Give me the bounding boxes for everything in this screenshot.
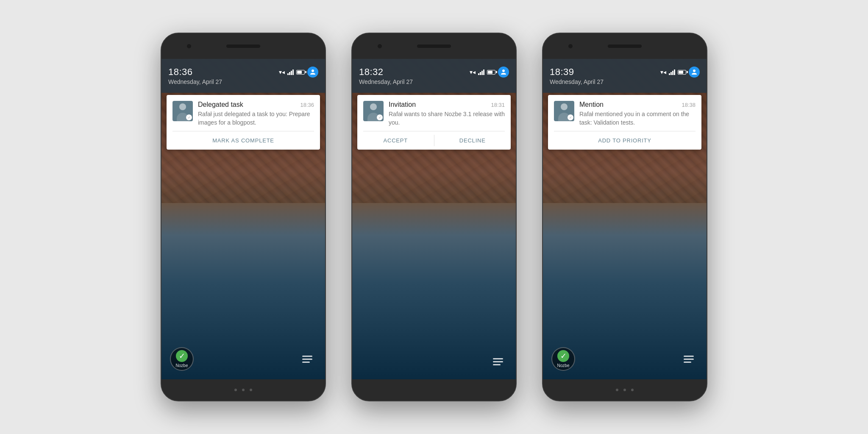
avatar-badge-3 [568,114,573,120]
hamburger-line-7 [684,356,694,357]
phone-bottom-bezel-1 [161,379,325,401]
phone-screen-2: 18:32 ▾◂ Wednes [352,59,516,379]
notification-body-1: Rafał just delegated a task to you: Prep… [198,110,314,127]
hamburger-1 [302,356,312,363]
status-bar-1: 18:36 ▾◂ Wednes [161,59,325,93]
notification-time-2: 18:31 [491,102,505,108]
hamburger-line-6 [493,364,501,365]
notification-content-2: Invitation 18:31 Rafał wants to share No… [389,101,505,127]
status-bar-2: 18:32 ▾◂ Wednes [352,59,516,93]
signal-icon-1 [287,69,294,75]
notification-content-3: Mention 18:38 Rafał mentioned you in a c… [579,101,696,127]
avatar-badge-2 [377,114,383,120]
action-btn-2-decline[interactable]: DECLINE [434,131,511,150]
nav-dot-2 [242,389,245,391]
phone-top-bezel-2 [352,33,516,59]
front-camera-2 [378,44,382,48]
menu-area-2 [489,350,507,371]
notification-header-2: Invitation 18:31 Rafał wants to share No… [357,95,511,131]
notification-body-3: Rafał mentioned you in a comment on the … [579,110,696,127]
phone-screen-3: 18:39 ▾◂ Wednes [543,59,707,379]
user-avatar-1 [307,67,318,78]
speaker-2 [417,45,451,48]
notification-actions-3: ADD TO PRIORITY [548,131,701,150]
battery-icon-3 [678,70,686,75]
phone-top-bezel-3 [543,33,707,59]
nav-dot-5 [623,389,626,391]
notification-card-3: Mention 18:38 Rafał mentioned you in a c… [548,95,701,150]
notification-time-1: 18:36 [300,102,314,108]
status-bar-3: 18:39 ▾◂ Wednes [543,59,707,93]
status-time-2: 18:32 [359,67,384,78]
front-camera-3 [568,44,573,48]
notification-body-2: Rafał wants to share Nozbe 3.1 release w… [389,110,505,127]
notification-time-3: 18:38 [682,102,696,108]
menu-icon-3[interactable] [679,350,698,368]
notification-actions-2: ACCEPT DECLINE [357,131,511,150]
battery-icon-1 [296,70,305,75]
notification-avatar-1 [172,101,193,121]
nozbe-check-1: ✓ [176,350,188,362]
status-date-3: Wednesday, April 27 [550,78,700,85]
user-avatar-2 [498,67,509,78]
notification-header-3: Mention 18:38 Rafał mentioned you in a c… [548,95,701,131]
nav-dot-1 [234,389,237,391]
notification-header-1: Delegated task 18:36 Rafał just delegate… [167,95,320,131]
hamburger-line-8 [684,359,694,360]
nav-dot-6 [631,389,634,391]
avatar-badge-1 [186,114,192,120]
nozbe-icon-1[interactable]: ✓ Nozbe [170,347,194,371]
notification-title-3: Mention [579,101,604,108]
notification-title-2: Invitation [389,101,416,108]
phone-bottom-bezel-3 [543,379,707,401]
status-date-2: Wednesday, April 27 [359,78,509,85]
status-date-1: Wednesday, April 27 [168,78,318,85]
battery-icon-2 [487,70,495,75]
phone-2: 18:32 ▾◂ Wednes [351,33,517,401]
hamburger-line-1 [302,356,312,357]
hamburger-line-4 [493,358,503,359]
front-camera-1 [187,44,191,48]
phone-screen-1: 18:36 ▾◂ Wednes [161,59,325,379]
nozbe-icon-3[interactable]: ✓ Nozbe [551,347,575,371]
action-btn-2-accept[interactable]: ACCEPT [357,131,434,150]
status-icons-3: ▾◂ [660,67,700,78]
speaker-1 [226,45,260,48]
notification-avatar-3 [554,101,574,121]
wifi-icon-2: ▾◂ [470,69,476,75]
app-icons-3: ✓ Nozbe [543,347,707,371]
status-icons-2: ▾◂ [470,67,509,78]
action-btn-3-0[interactable]: ADD TO PRIORITY [548,131,701,150]
hamburger-line-2 [302,359,312,360]
svg-point-0 [312,70,314,72]
speaker-3 [608,45,642,48]
notification-title-1: Delegated task [198,101,243,108]
hamburger-line-3 [302,362,310,363]
status-time-3: 18:39 [550,67,574,78]
nav-dot-4 [616,389,618,391]
phone-top-bezel-1 [161,33,325,59]
status-time-1: 18:36 [168,67,193,78]
nozbe-label-1: Nozbe [176,363,188,368]
notification-card-2: Invitation 18:31 Rafał wants to share No… [357,95,511,150]
menu-icon-1[interactable] [298,350,317,368]
nozbe-check-3: ✓ [557,350,569,362]
signal-icon-3 [669,69,675,75]
menu-icon-2[interactable] [489,352,507,371]
nav-dot-3 [250,389,252,391]
wifi-icon-1: ▾◂ [279,69,285,75]
phone-bottom-bezel-2 [352,379,516,401]
status-icons-1: ▾◂ [279,67,318,78]
wifi-icon-3: ▾◂ [660,69,666,75]
svg-point-1 [502,70,505,72]
phone-1: 18:36 ▾◂ Wednes [161,33,326,401]
phone-3: 18:39 ▾◂ Wednes [542,33,707,401]
notification-card-1: Delegated task 18:36 Rafał just delegate… [167,95,320,150]
action-btn-1-0[interactable]: MARK AS COMPLETE [167,131,320,150]
hamburger-line-5 [493,361,503,362]
signal-icon-2 [478,69,484,75]
nozbe-label-3: Nozbe [557,363,570,368]
notification-avatar-2 [363,101,384,121]
hamburger-line-9 [684,362,691,363]
app-icons-1: ✓ Nozbe [161,347,325,371]
